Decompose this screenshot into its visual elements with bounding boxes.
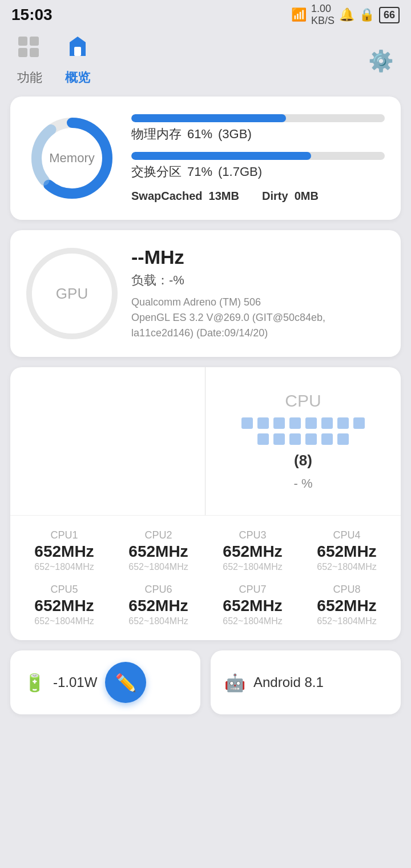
swap-bar-fill	[131, 152, 311, 160]
cpu-core-7: CPU7 652MHz 652~1804MHz	[208, 584, 297, 626]
cpu-core-freq-7: 652MHz	[223, 597, 282, 615]
swap-label: 交换分区	[131, 163, 182, 180]
cpu-dot-13	[321, 433, 333, 445]
nav-tabs: 功能 概览	[17, 35, 90, 86]
swap-cached-label: SwapCached	[131, 190, 202, 202]
cpu-core-count: (8)	[294, 452, 312, 469]
cpu-percent: - %	[294, 476, 313, 491]
gpu-mhz: --MHz	[131, 246, 385, 268]
speed-indicator: 1.00KB/S	[311, 3, 335, 27]
svg-rect-0	[18, 37, 27, 46]
memory-donut: Memory	[26, 112, 118, 204]
android-version-value: Android 8.1	[253, 674, 324, 690]
memory-card: Memory 物理内存 61% (3GB) 交换分区 71% (1.7GB)	[10, 97, 401, 220]
cpu-core-5: CPU5 652MHz 652~1804MHz	[19, 584, 109, 626]
cpu-cores-grid: CPU1 652MHz 652~1804MHz CPU2 652MHz 652~…	[10, 516, 401, 640]
cpu-core-range-3: 652~1804MHz	[223, 562, 283, 572]
cpu-dot-3	[273, 417, 285, 429]
physical-memory-row: 物理内存 61% (3GB)	[131, 114, 385, 143]
physical-label: 物理内存	[131, 126, 182, 143]
cpu-dot-8	[353, 417, 365, 429]
func-label: 功能	[17, 69, 42, 86]
svg-rect-3	[30, 48, 39, 57]
cpu-core-range-2: 652~1804MHz	[128, 562, 188, 572]
gpu-label: GPU	[56, 285, 88, 303]
nav-tab-overview[interactable]: 概览	[65, 35, 90, 86]
cpu-core-freq-5: 652MHz	[34, 597, 94, 615]
cpu-chart-left	[10, 367, 206, 515]
battery-bottom-icon: 🔋	[24, 673, 45, 693]
bottom-left-card[interactable]: 🔋 -1.01W ✏️	[10, 650, 200, 714]
cpu-core-name-4: CPU4	[333, 529, 360, 541]
cpu-core-freq-3: 652MHz	[223, 542, 282, 561]
svg-rect-1	[30, 37, 39, 46]
cpu-core-range-7: 652~1804MHz	[223, 616, 283, 626]
swap-value: (1.7GB)	[218, 164, 262, 179]
cpu-core-name-8: CPU8	[333, 584, 360, 596]
cpu-dot-10	[273, 433, 285, 445]
dirty-value: 0MB	[295, 190, 319, 202]
signal-icon: 📶	[291, 7, 307, 22]
physical-bar-fill	[131, 114, 286, 122]
cpu-dot-5	[305, 417, 317, 429]
nav-tab-func[interactable]: 功能	[17, 35, 42, 86]
physical-value: (3GB)	[218, 127, 252, 142]
battery-watt-value: -1.01W	[53, 674, 97, 690]
swap-percent: 71%	[187, 164, 212, 179]
cpu-core-1: CPU1 652MHz 652~1804MHz	[19, 529, 109, 572]
physical-bar-wrap	[131, 114, 385, 122]
swap-bar-wrap	[131, 152, 385, 160]
overview-icon	[65, 35, 90, 66]
cpu-title: CPU	[285, 391, 321, 411]
cpu-core-freq-8: 652MHz	[317, 597, 376, 615]
bottom-bar: 🔋 -1.01W ✏️ 🤖 Android 8.1	[10, 650, 401, 714]
gpu-desc-line3: la11ce2d146) (Date:09/14/20)	[131, 327, 268, 339]
cpu-core-3: CPU3 652MHz 652~1804MHz	[208, 529, 297, 572]
cpu-core-name-2: CPU2	[144, 529, 172, 541]
gpu-load-value: -%	[169, 273, 184, 287]
swap-cached-value: 13MB	[209, 190, 239, 202]
cpu-dot-9	[257, 433, 269, 445]
cpu-chart-right: CPU (8) - %	[206, 367, 401, 515]
cpu-core-range-1: 652~1804MHz	[34, 562, 94, 572]
status-icons: 📶 1.00KB/S 🔔 🔒 66	[291, 3, 400, 27]
memory-extra: SwapCached 13MB Dirty 0MB	[131, 190, 385, 203]
vibrate-icon: 🔔	[339, 7, 354, 22]
svg-rect-4	[74, 47, 81, 56]
swap-memory-row: 交换分区 71% (1.7GB)	[131, 152, 385, 180]
gpu-desc-line1: Qualcomm Adreno (TM) 506	[131, 296, 261, 308]
cpu-core-8: CPU8 652MHz 652~1804MHz	[302, 584, 392, 626]
cpu-core-4: CPU4 652MHz 652~1804MHz	[302, 529, 392, 572]
cpu-dot-6	[321, 417, 333, 429]
status-bar: 15:03 📶 1.00KB/S 🔔 🔒 66	[0, 0, 411, 30]
gpu-load-label: 负载：	[131, 273, 169, 287]
cpu-core-6: CPU6 652MHz 652~1804MHz	[114, 584, 203, 626]
cpu-core-name-6: CPU6	[144, 584, 172, 596]
cpu-core-freq-6: 652MHz	[128, 597, 188, 615]
cpu-core-range-5: 652~1804MHz	[34, 616, 94, 626]
cpu-dot-4	[289, 417, 301, 429]
gpu-stats: --MHz 负载：-% Qualcomm Adreno (TM) 506 Ope…	[131, 246, 385, 341]
cpu-dots-grid	[240, 417, 366, 445]
cpu-core-2: CPU2 652MHz 652~1804MHz	[114, 529, 203, 572]
swap-cached-item: SwapCached 13MB	[131, 190, 239, 203]
cpu-dot-1	[241, 417, 253, 429]
cpu-core-freq-1: 652MHz	[34, 542, 94, 561]
gpu-circle: GPU	[26, 248, 118, 339]
gpu-desc-line2: OpenGL ES 3.2 V@269.0 (GIT@50c84eb,	[131, 312, 325, 323]
memory-donut-label: Memory	[49, 151, 94, 166]
cpu-core-name-3: CPU3	[239, 529, 266, 541]
cpu-card: CPU (8) - % CPU1 652MH	[10, 367, 401, 640]
gpu-desc: Qualcomm Adreno (TM) 506 OpenGL ES 3.2 V…	[131, 295, 385, 341]
bottom-right-card[interactable]: 🤖 Android 8.1	[211, 650, 401, 714]
fab-edit-button[interactable]: ✏️	[105, 662, 146, 703]
overview-label: 概览	[65, 69, 90, 86]
settings-icon[interactable]: ⚙️	[368, 49, 394, 73]
pencil-icon: ✏️	[115, 673, 136, 693]
gpu-load: 负载：-%	[131, 272, 385, 289]
cpu-core-name-1: CPU1	[50, 529, 78, 541]
cpu-chart-area: CPU (8) - %	[10, 367, 401, 516]
cpu-core-range-6: 652~1804MHz	[128, 616, 188, 626]
dirty-label: Dirty	[262, 190, 288, 202]
android-icon: 🤖	[224, 673, 245, 693]
